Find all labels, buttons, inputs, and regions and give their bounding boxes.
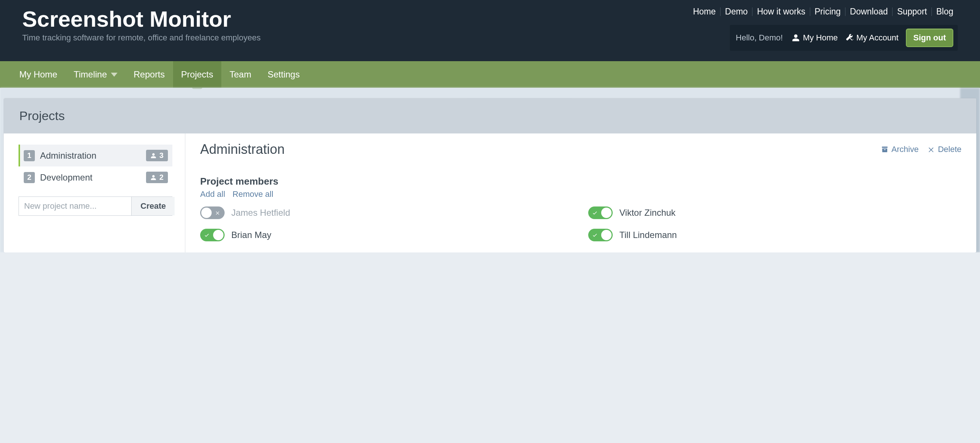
nav-projects[interactable]: Projects bbox=[173, 61, 222, 88]
member-row: Brian May bbox=[200, 229, 573, 241]
member-row: James Hetfield bbox=[200, 207, 573, 219]
member-toggle[interactable] bbox=[588, 229, 612, 241]
project-members-count: 2 bbox=[159, 173, 164, 182]
nav-team[interactable]: Team bbox=[221, 61, 259, 88]
topnav-pricing[interactable]: Pricing bbox=[810, 7, 845, 16]
topnav-how-it-works[interactable]: How it works bbox=[752, 7, 810, 16]
member-toggle[interactable] bbox=[200, 207, 224, 219]
brand: Screenshot Monitor Time tracking softwar… bbox=[22, 7, 261, 43]
create-project-button[interactable]: Create bbox=[131, 197, 175, 215]
person-icon bbox=[151, 175, 156, 180]
project-row-development[interactable]: 2 Development 2 bbox=[19, 166, 172, 188]
topnav-demo[interactable]: Demo bbox=[720, 7, 752, 16]
new-project-form: Create bbox=[19, 196, 172, 216]
project-members-count: 3 bbox=[159, 151, 164, 160]
detail-title: Administration bbox=[200, 142, 285, 157]
main-nav: My Home Timeline Reports Projects Team S… bbox=[0, 61, 980, 88]
member-row: Viktor Zinchuk bbox=[588, 207, 961, 219]
page-title: Projects bbox=[19, 108, 961, 123]
project-detail-pane: Administration Archive Delet bbox=[185, 134, 976, 252]
my-account-link[interactable]: My Account bbox=[845, 33, 899, 43]
my-account-label: My Account bbox=[856, 33, 899, 43]
top-header: Screenshot Monitor Time tracking softwar… bbox=[0, 0, 980, 61]
add-all-link[interactable]: Add all bbox=[200, 190, 225, 199]
card-header: Projects bbox=[4, 98, 976, 134]
member-name: James Hetfield bbox=[231, 207, 290, 218]
nav-projects-label: Projects bbox=[181, 69, 213, 80]
project-members-badge: 3 bbox=[146, 150, 168, 161]
members-bulk-links: Add all Remove all bbox=[200, 190, 961, 199]
tools-icon bbox=[845, 34, 853, 42]
brand-tagline: Time tracking software for remote, offic… bbox=[22, 33, 261, 43]
topnav-download[interactable]: Download bbox=[845, 7, 892, 16]
new-project-input[interactable] bbox=[19, 197, 131, 215]
project-members-badge: 2 bbox=[146, 172, 168, 183]
topnav-home[interactable]: Home bbox=[689, 7, 720, 16]
detail-header: Administration Archive Delet bbox=[200, 142, 961, 157]
nav-settings-label: Settings bbox=[267, 69, 300, 80]
project-row-left: 2 Development bbox=[24, 172, 92, 183]
person-icon bbox=[792, 34, 800, 42]
archive-button[interactable]: Archive bbox=[881, 145, 918, 154]
delete-label: Delete bbox=[938, 145, 961, 154]
member-name: Brian May bbox=[231, 230, 271, 240]
nav-my-home-label: My Home bbox=[19, 69, 57, 80]
project-number: 1 bbox=[24, 150, 35, 161]
delete-button[interactable]: Delete bbox=[928, 145, 961, 154]
member-toggle[interactable] bbox=[588, 207, 612, 219]
chevron-down-icon bbox=[111, 73, 118, 77]
check-icon bbox=[592, 232, 598, 238]
check-icon bbox=[592, 210, 598, 216]
member-row: Till Lindemann bbox=[588, 229, 961, 241]
nav-reports[interactable]: Reports bbox=[126, 61, 173, 88]
page-wrap: Projects 1 Administration 3 bbox=[0, 88, 980, 252]
toggle-knob bbox=[601, 230, 612, 240]
topnav-support[interactable]: Support bbox=[892, 7, 931, 16]
sign-out-button[interactable]: Sign out bbox=[906, 29, 953, 47]
close-icon bbox=[928, 146, 935, 153]
nav-timeline-label: Timeline bbox=[74, 69, 107, 80]
members-grid: James Hetfield Viktor Zinchuk bbox=[200, 207, 961, 241]
nav-team-label: Team bbox=[229, 69, 251, 80]
nav-reports-label: Reports bbox=[134, 69, 165, 80]
x-icon bbox=[215, 210, 220, 215]
project-row-left: 1 Administration bbox=[24, 150, 96, 161]
person-icon bbox=[151, 153, 156, 159]
member-name: Till Lindemann bbox=[619, 230, 677, 240]
project-name: Development bbox=[40, 172, 92, 183]
check-icon bbox=[204, 232, 210, 238]
detail-actions: Archive Delete bbox=[881, 145, 961, 154]
remove-all-link[interactable]: Remove all bbox=[232, 190, 273, 199]
project-number: 2 bbox=[24, 172, 35, 183]
my-home-link[interactable]: My Home bbox=[792, 33, 838, 43]
archive-label: Archive bbox=[891, 145, 918, 154]
member-name: Viktor Zinchuk bbox=[619, 207, 676, 218]
project-row-administration[interactable]: 1 Administration 3 bbox=[19, 145, 172, 166]
projects-card: Projects 1 Administration 3 bbox=[4, 98, 976, 252]
project-name: Administration bbox=[40, 150, 96, 161]
nav-timeline[interactable]: Timeline bbox=[65, 61, 126, 88]
toggle-knob bbox=[201, 207, 212, 218]
archive-icon bbox=[881, 146, 888, 153]
card-body: 1 Administration 3 2 Development bbox=[4, 134, 976, 252]
my-home-label: My Home bbox=[803, 33, 838, 43]
toggle-knob bbox=[601, 207, 612, 218]
top-right: Home Demo How it works Pricing Download … bbox=[689, 7, 958, 51]
nav-my-home[interactable]: My Home bbox=[11, 61, 65, 88]
top-links: Home Demo How it works Pricing Download … bbox=[689, 7, 958, 16]
members-heading: Project members bbox=[200, 176, 961, 187]
topnav-blog[interactable]: Blog bbox=[931, 7, 958, 16]
member-toggle[interactable] bbox=[200, 229, 224, 241]
project-list: 1 Administration 3 2 Development bbox=[4, 134, 185, 252]
nav-settings[interactable]: Settings bbox=[259, 61, 308, 88]
brand-title: Screenshot Monitor bbox=[22, 7, 261, 31]
user-greeting: Hello, Demo! bbox=[734, 33, 784, 43]
toggle-knob bbox=[213, 230, 223, 240]
user-bar: Hello, Demo! My Home My Account Sign out bbox=[730, 25, 958, 51]
